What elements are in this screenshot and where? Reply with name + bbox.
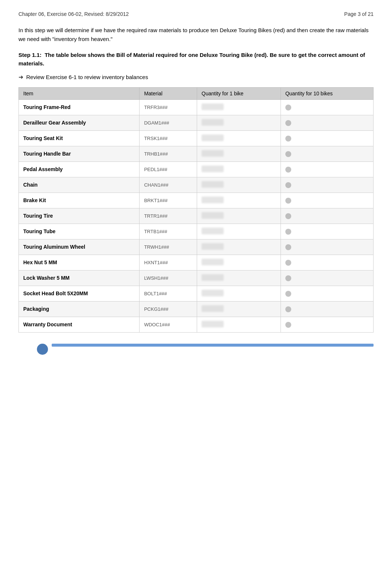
item-name-cell: Touring Tube [19, 224, 140, 239]
item-name-cell: Pedal Assembly [19, 162, 140, 177]
qty-blurred [202, 305, 224, 312]
material-cell: WDOC1### [140, 317, 197, 333]
qty-10-cell [281, 317, 373, 333]
qty-10-cell [281, 208, 373, 224]
item-name-cell: Brake Kit [19, 193, 140, 208]
col-item: Item [19, 88, 140, 100]
qty-1-cell [197, 193, 281, 208]
table-row: Hex Nut 5 MMHXNT1### [19, 255, 374, 271]
qty-icon [285, 151, 291, 157]
col-qty-10: Quantity for 10 bikes [281, 88, 373, 100]
item-name-cell: Lock Washer 5 MM [19, 271, 140, 286]
qty-blurred [202, 166, 224, 172]
qty-1-cell [197, 146, 281, 162]
table-row: Touring Seat KitTRSK1### [19, 131, 374, 146]
table-row: PackagingPCKG1### [19, 302, 374, 317]
qty-1-cell [197, 100, 281, 115]
qty-10-cell [281, 271, 373, 286]
item-name-cell: Touring Handle Bar [19, 146, 140, 162]
qty-icon [285, 105, 291, 110]
qty-blurred [202, 290, 224, 296]
bom-table: Item Material Quantity for 1 bike Quanti… [18, 87, 374, 333]
table-row: Touring TubeTRTB1### [19, 224, 374, 239]
arrow-icon: ➜ [18, 74, 23, 81]
qty-blurred [202, 135, 224, 141]
item-name-cell: Derailleur Gear Assembly [19, 115, 140, 131]
qty-blurred [202, 321, 224, 327]
table-row: Touring Handle BarTRHB1### [19, 146, 374, 162]
step-heading: Step 1.1: The table below shows the Bill… [18, 51, 374, 68]
qty-10-cell [281, 131, 373, 146]
qty-blurred [202, 259, 224, 265]
qty-1-cell [197, 317, 281, 333]
item-name-cell: Hex Nut 5 MM [19, 255, 140, 271]
qty-icon [285, 198, 291, 204]
qty-icon [285, 182, 291, 188]
qty-icon [285, 136, 291, 142]
table-row: ChainCHAN1### [19, 177, 374, 193]
table-row: Pedal AssemblyPEDL1### [19, 162, 374, 177]
header-left: Chapter 06, Exercise 06-02, Revised: 8/2… [18, 11, 129, 17]
item-name-cell: Chain [19, 177, 140, 193]
qty-1-cell [197, 302, 281, 317]
material-cell: PCKG1### [140, 302, 197, 317]
qty-1-cell [197, 224, 281, 239]
item-name-cell: Packaging [19, 302, 140, 317]
qty-1-cell [197, 255, 281, 271]
header: Chapter 06, Exercise 06-02, Revised: 8/2… [18, 11, 374, 17]
qty-blurred [202, 119, 224, 126]
qty-blurred [202, 181, 224, 188]
step-label: Step 1.1: [18, 52, 42, 58]
qty-1-cell [197, 208, 281, 224]
qty-blurred [202, 243, 224, 250]
table-row: Socket Head Bolt 5X20MMBOLT1### [19, 286, 374, 302]
qty-1-cell [197, 177, 281, 193]
qty-10-cell [281, 100, 373, 115]
qty-icon [285, 322, 291, 328]
item-name-cell: Touring Seat Kit [19, 131, 140, 146]
table-row: Touring Frame-RedTRFR3### [19, 100, 374, 115]
qty-blurred [202, 228, 224, 234]
item-name-cell: Touring Tire [19, 208, 140, 224]
step-heading-text: The table below shows the Bill of Materi… [18, 52, 365, 67]
qty-1-cell [197, 239, 281, 255]
qty-blurred [202, 274, 224, 281]
table-row: Brake KitBRKT1### [19, 193, 374, 208]
table-row: Lock Washer 5 MMLWSH1### [19, 271, 374, 286]
bottom-section [18, 344, 374, 358]
qty-icon [285, 167, 291, 173]
bottom-bar [52, 344, 374, 347]
intro-paragraph: In this step we will determine if we hav… [18, 26, 374, 44]
qty-icon [285, 291, 291, 297]
item-name-cell: Socket Head Bolt 5X20MM [19, 286, 140, 302]
material-cell: PEDL1### [140, 162, 197, 177]
qty-10-cell [281, 239, 373, 255]
table-row: Touring Aluminum WheelTRWH1### [19, 239, 374, 255]
material-cell: LWSH1### [140, 271, 197, 286]
item-name-cell: Touring Frame-Red [19, 100, 140, 115]
qty-10-cell [281, 177, 373, 193]
material-cell: BOLT1### [140, 286, 197, 302]
qty-10-cell [281, 162, 373, 177]
qty-10-cell [281, 255, 373, 271]
material-cell: CHAN1### [140, 177, 197, 193]
material-cell: TRTB1### [140, 224, 197, 239]
qty-10-cell [281, 302, 373, 317]
table-row: Derailleur Gear AssemblyDGAM1### [19, 115, 374, 131]
qty-10-cell [281, 146, 373, 162]
qty-icon [285, 306, 291, 312]
qty-icon [285, 260, 291, 266]
qty-10-cell [281, 193, 373, 208]
qty-icon [285, 120, 291, 126]
bottom-logo [37, 344, 48, 355]
item-name-cell: Touring Aluminum Wheel [19, 239, 140, 255]
qty-1-cell [197, 271, 281, 286]
item-name-cell: Warranty Document [19, 317, 140, 333]
col-material: Material [140, 88, 197, 100]
material-cell: BRKT1### [140, 193, 197, 208]
material-cell: TRHB1### [140, 146, 197, 162]
qty-10-cell [281, 115, 373, 131]
material-cell: TRFR3### [140, 100, 197, 115]
header-right: Page 3 of 21 [344, 11, 374, 17]
qty-blurred [202, 103, 224, 110]
